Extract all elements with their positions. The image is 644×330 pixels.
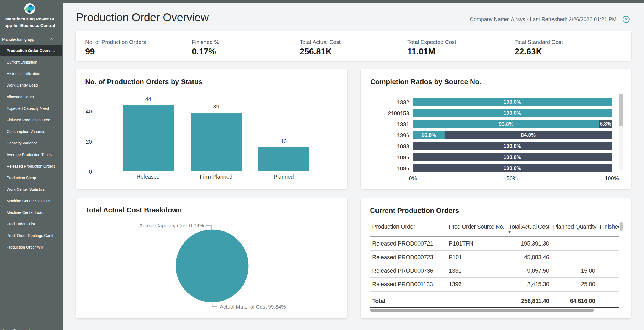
svg-text:?: ?: [625, 17, 628, 22]
